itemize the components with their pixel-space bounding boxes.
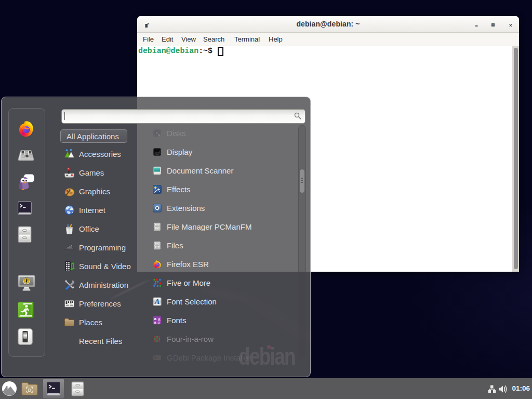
svg-text:A: A: [154, 297, 160, 305]
svg-text:a: a: [154, 320, 156, 324]
svg-text:a: a: [158, 320, 160, 324]
svg-text:D: D: [28, 388, 32, 393]
